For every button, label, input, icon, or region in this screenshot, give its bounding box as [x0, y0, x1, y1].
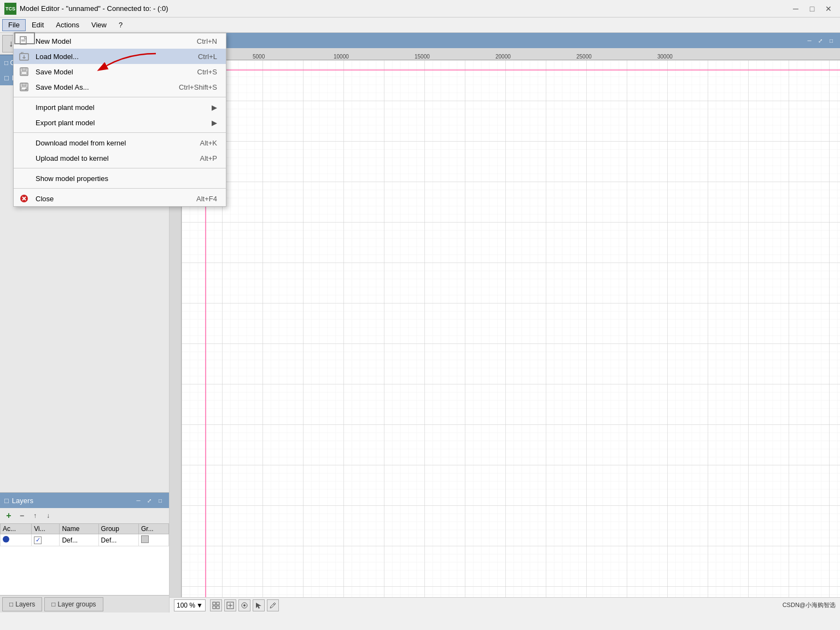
menu-new-model[interactable]: New Model Ctrl+N	[14, 33, 226, 49]
canvas-maximize-btn[interactable]: □	[827, 36, 836, 45]
grid-svg	[182, 60, 840, 597]
menu-upload-kernel[interactable]: Upload model to kernel Alt+P	[14, 150, 226, 166]
canvas-minimize-btn[interactable]: ─	[805, 36, 814, 45]
separator-4	[14, 188, 226, 189]
fit-tool-btn[interactable]	[224, 599, 236, 611]
separator-1	[14, 97, 226, 97]
ruler-left-label-25000: -25000	[170, 383, 170, 400]
app-logo: TCS	[4, 3, 16, 15]
layers-controls: ─ ⤢ □	[134, 496, 165, 505]
tab-layers[interactable]: □ Layers	[2, 597, 42, 611]
minimize-button[interactable]: ─	[789, 2, 803, 16]
load-icon	[18, 50, 30, 62]
upload-kernel-label: Upload model to kernel	[36, 154, 189, 162]
layer-name-cell: Def...	[60, 534, 98, 546]
canvas-with-ruler: 5000 10000 15000 20000 25000 30000 -1000…	[170, 48, 840, 597]
layer-active-cell	[1, 534, 32, 546]
status-bar-left: 100 % ▼	[174, 599, 279, 611]
ruler-left-label-20000: -20000	[170, 295, 170, 312]
svg-rect-6	[22, 68, 26, 71]
svg-rect-20	[213, 602, 215, 605]
new-model-label: New Model	[36, 37, 186, 45]
layers-down-btn[interactable]: ↓	[43, 510, 54, 521]
window-controls: ─ □ ✕	[789, 2, 836, 16]
layers-panel: □ Layers ─ ⤢ □ + − ↑ ↓ Ac.	[0, 492, 169, 612]
layers-expand-btn[interactable]: ⤢	[145, 496, 154, 505]
canvas-area: ng view ─ ⤢ □ 5000 10000 15000 20000 250…	[170, 33, 840, 612]
col-active: Ac...	[1, 524, 32, 534]
export-arrow-icon: ▶	[212, 119, 217, 127]
svg-rect-22	[213, 606, 215, 609]
maximize-button[interactable]: □	[805, 2, 819, 16]
save-model-shortcut: Ctrl+S	[197, 68, 217, 76]
menu-view[interactable]: View	[85, 19, 113, 31]
upload-kernel-shortcut: Alt+P	[200, 154, 217, 162]
ruler-left-label-15000: -15000	[170, 208, 170, 225]
ruler-label-15000: 15000	[415, 54, 430, 60]
svg-rect-0	[20, 37, 26, 44]
layers-up-btn[interactable]: ↑	[30, 510, 40, 521]
layers-maximize-btn[interactable]: □	[156, 496, 165, 505]
menu-close[interactable]: Close Alt+F4	[14, 191, 226, 206]
svg-rect-9	[22, 83, 26, 86]
close-button[interactable]: ✕	[821, 2, 836, 16]
zoom-select[interactable]: 100 % ▼	[174, 599, 206, 611]
menu-edit[interactable]: Edit	[26, 19, 50, 31]
svg-text:+: +	[25, 87, 27, 92]
ruler-label-30000: 30000	[657, 54, 673, 60]
menu-show-properties[interactable]: Show model properties	[14, 171, 226, 186]
visible-checkbox[interactable]: ✓	[34, 536, 42, 544]
col-visible: Vi...	[32, 524, 60, 534]
canvas-controls: ─ ⤢ □	[805, 36, 836, 45]
new-icon	[18, 35, 30, 47]
canvas-expand-btn[interactable]: ⤢	[816, 36, 825, 45]
save-model-as-shortcut: Ctrl+Shift+S	[179, 83, 217, 91]
gr-checkbox[interactable]	[141, 535, 149, 543]
title-bar-left: TCS Model Editor - "unnamed" - Connected…	[4, 3, 168, 15]
bottom-tabs: □ Layers □ Layer groups	[0, 595, 169, 612]
menu-export-plant[interactable]: Export plant model ▶	[14, 115, 226, 130]
import-plant-label: Import plant model	[36, 103, 209, 112]
status-bar: 100 % ▼	[170, 597, 840, 612]
canvas-header: ng view ─ ⤢ □	[170, 33, 840, 48]
layers-minimize-btn[interactable]: ─	[134, 496, 143, 505]
layers-remove-btn[interactable]: −	[16, 510, 27, 521]
layers-add-btn[interactable]: +	[3, 510, 14, 521]
download-kernel-label: Download model from kernel	[36, 139, 189, 147]
layers-header: □ Layers ─ ⤢ □	[0, 493, 169, 508]
tab-layer-groups[interactable]: □ Layer groups	[44, 597, 103, 611]
import-arrow-icon: ▶	[212, 103, 217, 112]
layers-table: Ac... Vi... Name Group Gr...	[0, 523, 169, 595]
close-shortcut: Alt+F4	[196, 195, 217, 203]
layers-tab-icon: □	[9, 600, 13, 608]
load-model-label: Load Model...	[36, 52, 187, 61]
save-model-label: Save Model	[36, 68, 186, 76]
menu-import-plant[interactable]: Import plant model ▶	[14, 100, 226, 115]
menu-load-model[interactable]: Load Model... Ctrl+L	[14, 49, 226, 64]
close-label: Close	[36, 195, 185, 203]
grid-tool-btn[interactable]	[210, 599, 222, 611]
layers-title: Layers	[12, 497, 33, 505]
cursor-tool-btn[interactable]	[253, 599, 265, 611]
save-model-as-label: Save Model As...	[36, 83, 168, 91]
menu-help[interactable]: ?	[113, 19, 129, 31]
ruler-label-20000: 20000	[495, 54, 511, 60]
menu-file[interactable]: File	[2, 19, 26, 31]
menu-save-model[interactable]: Save Model Ctrl+S	[14, 64, 226, 79]
layer-group-cell: Def...	[98, 534, 138, 546]
layer-visible-cell: ✓	[32, 534, 60, 546]
col-gr: Gr...	[139, 524, 169, 534]
grid-canvas[interactable]	[182, 60, 840, 597]
col-group: Group	[98, 524, 138, 534]
snap-tool-btn[interactable]	[238, 599, 250, 611]
ruler-label-25000: 25000	[576, 54, 592, 60]
pencil-tool-btn[interactable]	[267, 599, 279, 611]
menu-download-kernel[interactable]: Download model from kernel Alt+K	[14, 135, 226, 150]
properties-icon: □	[4, 74, 9, 82]
layer-row[interactable]: ✓ Def... Def...	[1, 534, 169, 546]
menu-save-model-as[interactable]: + Save Model As... Ctrl+Shift+S	[14, 79, 226, 95]
menu-actions[interactable]: Actions	[50, 19, 85, 31]
ruler-label-10000: 10000	[334, 54, 349, 60]
export-plant-label: Export plant model	[36, 119, 209, 127]
load-model-shortcut: Ctrl+L	[198, 52, 217, 61]
